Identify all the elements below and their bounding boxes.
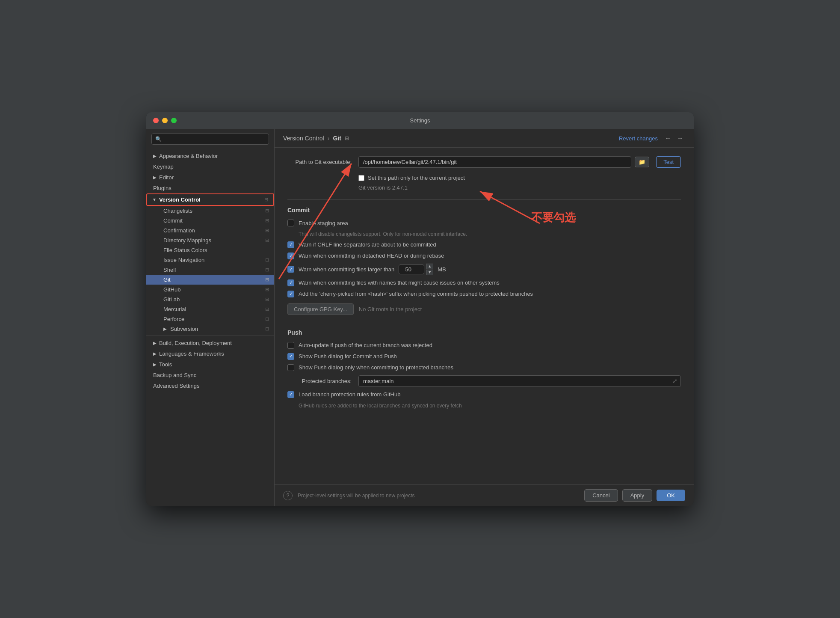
sidebar-item-gitlab[interactable]: GitLab ⊟ <box>146 294 274 304</box>
auto-update-label: Auto-update if push of the current branc… <box>299 342 432 348</box>
sidebar-item-changelists[interactable]: Changelists ⊟ <box>146 206 274 216</box>
configure-gpg-button[interactable]: Configure GPG Key... <box>287 303 354 315</box>
cherry-pick-row: Add the 'cherry-picked from <hash>' suff… <box>287 291 681 297</box>
show-push-protected-row: Show Push dialog only when committing to… <box>287 364 681 371</box>
vc-child-badge: ⊟ <box>265 228 269 233</box>
sidebar-item-advanced[interactable]: Advanced Settings <box>146 380 274 391</box>
sidebar-item-issue-navigation[interactable]: Issue Navigation ⊟ <box>146 255 274 265</box>
no-roots-text: No Git roots in the project <box>359 306 422 312</box>
search-input[interactable] <box>164 136 265 142</box>
sidebar-item-perforce[interactable]: Perforce ⊟ <box>146 314 274 324</box>
sidebar-item-label: Confirmation <box>163 227 195 234</box>
sidebar-item-label: Editor <box>159 174 174 181</box>
warn-names-checkbox[interactable] <box>287 279 294 286</box>
help-button[interactable]: ? <box>283 491 293 500</box>
expand-icon: ⤢ <box>672 377 677 384</box>
warn-detached-row: Warn when committing in detached HEAD or… <box>287 253 681 259</box>
panel-wrapper: Version Control › Git ⊟ Revert changes ←… <box>275 129 694 506</box>
expand-icon: ▶ <box>153 175 157 180</box>
protected-label: Protected branches: <box>287 378 352 384</box>
sidebar-item-label: Version Control <box>159 196 201 203</box>
vc-child-badge: ⊟ <box>265 238 269 243</box>
sidebar-item-editor[interactable]: ▶ Editor <box>146 172 274 183</box>
search-box[interactable]: 🔍 <box>151 134 269 145</box>
warn-large-label: Warn when committing files larger than <box>299 266 394 273</box>
revert-changes-link[interactable]: Revert changes <box>619 135 658 142</box>
version-text: Git version is 2.47.1 <box>358 184 681 191</box>
sidebar-item-directory-mappings[interactable]: Directory Mappings ⊟ <box>146 235 274 245</box>
sidebar-item-tools[interactable]: ▶ Tools <box>146 359 274 370</box>
path-input[interactable] <box>358 156 631 168</box>
warn-crlf-checkbox[interactable] <box>287 241 294 248</box>
sidebar-item-confirmation[interactable]: Confirmation ⊟ <box>146 226 274 235</box>
sidebar-item-label: Shelf <box>163 267 176 273</box>
sidebar-item-label: GitLab <box>163 296 180 303</box>
browse-button[interactable]: 📁 <box>635 157 649 167</box>
sidebar-item-build-exec[interactable]: ▶ Build, Execution, Deployment <box>146 338 274 348</box>
spinner-buttons: ▲ ▼ <box>426 264 433 275</box>
path-input-wrapper: 📁 <box>358 156 649 168</box>
expand-icon: ▶ <box>153 154 157 158</box>
sidebar-item-label: Perforce <box>163 316 184 322</box>
file-size-input[interactable] <box>399 264 424 274</box>
show-push-dialog-row: Show Push dialog for Commit and Push <box>287 353 681 360</box>
expand-icon: ▼ <box>152 197 157 202</box>
push-section-title: Push <box>287 329 681 336</box>
sidebar-item-shelf[interactable]: Shelf ⊟ <box>146 265 274 275</box>
ok-button[interactable]: OK <box>657 490 685 501</box>
breadcrumb-separator: › <box>328 135 330 142</box>
apply-button[interactable]: Apply <box>622 489 653 502</box>
set-path-checkbox[interactable] <box>358 175 364 181</box>
expand-icon: ▶ <box>153 351 157 356</box>
sidebar-item-label: Changelists <box>163 208 192 214</box>
set-path-row: Set this path only for the current proje… <box>358 175 681 181</box>
warn-large-row: Warn when committing files larger than ▲… <box>287 264 681 275</box>
enable-staging-checkbox[interactable] <box>287 220 294 226</box>
show-push-dialog-checkbox[interactable] <box>287 353 294 360</box>
sidebar-item-backup-sync[interactable]: Backup and Sync <box>146 370 274 380</box>
sidebar-item-github[interactable]: GitHub ⊟ <box>146 285 274 294</box>
sidebar-item-keymap[interactable]: Keymap <box>146 161 274 172</box>
sidebar-item-plugins[interactable]: Plugins <box>146 183 274 193</box>
forward-arrow[interactable]: → <box>675 134 685 143</box>
maximize-button[interactable] <box>171 118 177 123</box>
sidebar-item-label: Git <box>163 276 171 283</box>
cherry-pick-checkbox[interactable] <box>287 291 294 297</box>
spinner-down[interactable]: ▼ <box>426 270 433 275</box>
sidebar-item-version-control[interactable]: ▼ Version Control ⊟ <box>146 193 274 206</box>
cancel-button[interactable]: Cancel <box>584 489 618 502</box>
warn-large-checkbox[interactable] <box>287 266 294 273</box>
sidebar-item-mercurial[interactable]: Mercurial ⊟ <box>146 304 274 314</box>
sidebar-item-file-status-colors[interactable]: File Status Colors <box>146 245 274 255</box>
breadcrumb-current: Git <box>333 135 341 142</box>
show-push-protected-checkbox[interactable] <box>287 364 294 371</box>
back-arrow[interactable]: ← <box>663 134 673 143</box>
sidebar-item-git[interactable]: Git ⊟ <box>146 275 274 285</box>
protected-input[interactable] <box>358 375 681 387</box>
expand-icon: ▶ <box>153 362 157 367</box>
show-push-protected-label: Show Push dialog only when committing to… <box>299 364 453 371</box>
search-icon: 🔍 <box>155 136 162 142</box>
copy-icon[interactable]: ⊟ <box>345 135 349 141</box>
sidebar-item-appearance[interactable]: ▶ Appearance & Behavior <box>146 151 274 161</box>
action-row: Configure GPG Key... No Git roots in the… <box>287 303 681 315</box>
close-button[interactable] <box>153 118 159 123</box>
breadcrumb: Version Control › Git ⊟ <box>283 135 349 142</box>
load-rules-checkbox[interactable] <box>287 391 294 398</box>
warn-detached-checkbox[interactable] <box>287 253 294 259</box>
sidebar-item-languages[interactable]: ▶ Languages & Frameworks <box>146 348 274 359</box>
project-note: Project-level settings will be applied t… <box>298 493 414 499</box>
load-rules-label: Load branch protection rules from GitHub <box>299 391 400 398</box>
test-button[interactable]: Test <box>656 156 681 168</box>
vc-badge: ⊟ <box>264 197 268 202</box>
auto-update-checkbox[interactable] <box>287 342 294 349</box>
sidebar-item-subversion[interactable]: ▶ Subversion ⊟ <box>146 324 274 334</box>
section-divider-2 <box>287 322 681 322</box>
spinner-up[interactable]: ▲ <box>426 264 433 269</box>
sidebar-item-commit[interactable]: Commit ⊟ <box>146 216 274 226</box>
sidebar-item-label: File Status Colors <box>163 247 207 253</box>
vc-child-badge: ⊟ <box>265 208 269 214</box>
minimize-button[interactable] <box>162 118 168 123</box>
warn-names-label: Warn when committing files with names th… <box>299 279 500 286</box>
path-field-row: Path to Git executable: 📁 Test <box>287 156 681 168</box>
